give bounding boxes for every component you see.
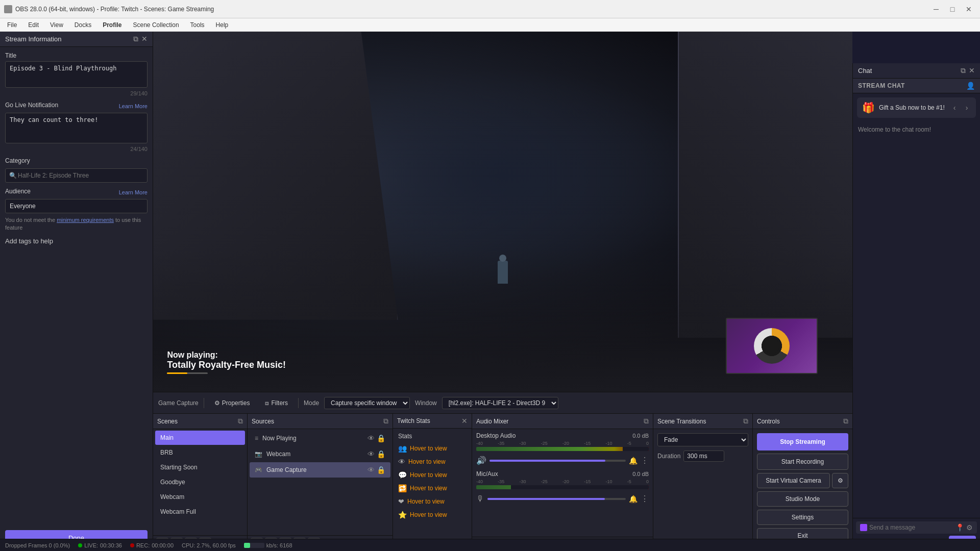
welcome-message: Welcome to the chat room!: [853, 122, 980, 137]
menu-docks[interactable]: Docks: [69, 20, 96, 30]
scene-item-starting-soon[interactable]: Starting Soon: [155, 460, 245, 474]
close-button[interactable]: ✕: [962, 4, 976, 14]
filters-button[interactable]: ⧈ Filters: [260, 397, 293, 409]
scene-item-goodbye[interactable]: Goodbye: [155, 475, 245, 489]
chat-float-icon[interactable]: ⧉: [961, 66, 966, 75]
menu-help[interactable]: Help: [211, 20, 234, 30]
virtual-camera-gear-button[interactable]: ⚙: [832, 473, 848, 488]
stat-item-stars[interactable]: ⭐ Hover to view: [393, 508, 472, 521]
game-capture-icon: 🎮: [255, 466, 262, 473]
banner-prev-button[interactable]: ‹: [949, 103, 960, 113]
title-bar-left: OBS 28.0.0 (64-bit, windows) - Profile: …: [4, 5, 214, 13]
source-item-webcam[interactable]: 📷 Webcam 👁 🔒: [250, 446, 390, 462]
sources-maximize-icon[interactable]: ⧉: [383, 417, 388, 425]
stream-info-close-icon[interactable]: ✕: [141, 35, 148, 43]
game-capture-lock-icon[interactable]: 🔒: [377, 466, 385, 474]
follows-icon: 👁: [398, 458, 405, 466]
stats-list: Stats 👥 Hover to view 👁 Hover to view 💬 …: [393, 429, 472, 551]
stat-item-viewers[interactable]: 👥 Hover to view: [393, 442, 472, 455]
source-item-game-capture[interactable]: 🎮 Game Capture 👁 🔒: [250, 462, 390, 478]
transition-select[interactable]: Fade: [657, 433, 748, 446]
stat-clips-label: Hover to view: [410, 485, 447, 492]
audio-mixer-maximize-icon[interactable]: ⧉: [644, 417, 649, 425]
stat-item-follows[interactable]: 👁 Hover to view: [393, 455, 472, 468]
start-virtual-camera-button[interactable]: Start Virtual Camera: [757, 473, 830, 488]
chat-settings-icon-button[interactable]: ⚙: [966, 523, 973, 532]
minimize-button[interactable]: ─: [929, 4, 943, 14]
transitions-maximize-icon[interactable]: ⧉: [743, 417, 748, 425]
desktop-audio-volume-slider[interactable]: [489, 460, 626, 462]
settings-button[interactable]: Settings: [757, 510, 848, 525]
studio-mode-button[interactable]: Studio Mode: [757, 491, 848, 507]
chat-close-icon[interactable]: ✕: [969, 66, 975, 75]
menu-view[interactable]: View: [45, 20, 68, 30]
dropped-frames-status: Dropped Frames 0 (0.0%): [5, 542, 70, 548]
desktop-audio-volume-icon[interactable]: 🔊: [476, 456, 486, 465]
duration-input[interactable]: [683, 450, 724, 462]
webcam-lock-icon[interactable]: 🔒: [377, 450, 385, 458]
scenes-title: Scenes: [157, 418, 178, 425]
mic-aux-options-button[interactable]: ⋮: [641, 494, 649, 504]
properties-icon: ⚙: [214, 399, 220, 407]
go-live-textarea[interactable]: They can count to three!: [5, 113, 148, 143]
desktop-audio-options-button[interactable]: ⋮: [641, 456, 649, 465]
mode-select[interactable]: Capture specific window: [324, 397, 410, 409]
source-actions-game-capture: 👁 🔒: [368, 466, 385, 474]
category-input[interactable]: [5, 168, 148, 183]
game-capture-visibility-icon[interactable]: 👁: [368, 466, 375, 474]
stat-item-chat[interactable]: 💬 Hover to view: [393, 468, 472, 482]
mic-aux-volume-icon[interactable]: 🎙: [476, 494, 484, 504]
desktop-audio-name: Desktop Audio: [476, 432, 516, 439]
gift-text: Gift a Sub now to be #1!: [879, 104, 945, 111]
scene-item-webcam[interactable]: Webcam: [155, 490, 245, 504]
audience-learn-more[interactable]: Learn More: [119, 189, 148, 195]
source-visibility-icon[interactable]: 👁: [368, 434, 375, 442]
desktop-audio-mute-button[interactable]: 🔔: [629, 457, 638, 465]
stat-item-reactions[interactable]: ❤ Hover to view: [393, 495, 472, 508]
menu-scene-collection[interactable]: Scene Collection: [128, 20, 184, 30]
scenes-maximize-icon[interactable]: ⧉: [238, 417, 243, 425]
stat-item-clips[interactable]: 🔁 Hover to view: [393, 482, 472, 495]
chat-point-icon-button[interactable]: 📍: [955, 523, 964, 532]
scene-item-webcam-full[interactable]: Webcam Full: [155, 505, 245, 519]
start-recording-button[interactable]: Start Recording: [757, 454, 848, 470]
window-select[interactable]: [hl2.exe]: HALF-LIFE 2 - Direct3D 9: [442, 397, 558, 409]
source-actions-webcam: 👁 🔒: [368, 450, 385, 458]
sources-panel: Sources ⧉ ≡ Now Playing 👁 🔒: [248, 414, 393, 551]
mic-aux-volume-slider[interactable]: [487, 498, 626, 500]
transitions-title: Scene Transitions: [657, 418, 706, 425]
chat-message-input[interactable]: [869, 524, 953, 531]
menu-tools[interactable]: Tools: [185, 20, 210, 30]
source-item-now-playing[interactable]: ≡ Now Playing 👁 🔒: [250, 431, 390, 446]
mic-aux-scale: -40-35-30-25-20-15-10-50: [476, 479, 649, 484]
properties-button[interactable]: ⚙ Properties: [209, 397, 255, 409]
go-live-learn-more[interactable]: Learn More: [119, 103, 148, 109]
transitions-header: Scene Transitions ⧉: [653, 414, 752, 429]
stream-title-input[interactable]: Episode 3 - Blind Playthrough: [5, 61, 148, 88]
progress-fill: [167, 372, 187, 374]
chat-manage-icon[interactable]: 👤: [966, 82, 975, 90]
banner-next-button[interactable]: ›: [962, 103, 972, 113]
chat-header: Chat ⧉ ✕: [853, 63, 980, 79]
controls-maximize-icon[interactable]: ⧉: [843, 417, 848, 425]
twitch-stats-title: Twitch Stats: [397, 417, 430, 424]
source-lock-icon[interactable]: 🔒: [377, 434, 385, 442]
scene-item-main[interactable]: Main: [155, 431, 245, 445]
mic-aux-db: 0.0 dB: [632, 471, 649, 477]
source-name-now-playing: Now Playing: [262, 435, 363, 442]
desktop-audio-meter-bar: [476, 447, 649, 451]
scene-item-brb[interactable]: BRB: [155, 445, 245, 460]
webcam-visibility-icon[interactable]: 👁: [368, 450, 375, 458]
stop-streaming-button[interactable]: Stop Streaming: [757, 433, 848, 450]
mic-aux-mute-button[interactable]: 🔔: [629, 495, 638, 503]
menu-edit[interactable]: Edit: [23, 20, 44, 30]
category-input-wrap: 🔍: [5, 168, 148, 183]
twitch-stats-close-icon[interactable]: ✕: [461, 417, 468, 425]
minimum-requirements-link[interactable]: minimum requirements: [57, 217, 114, 223]
menu-file[interactable]: File: [2, 20, 22, 30]
audience-select[interactable]: Everyone: [5, 199, 148, 213]
audio-mixer-header: Audio Mixer ⧉: [472, 414, 653, 429]
menu-profile[interactable]: Profile: [97, 20, 127, 30]
stream-info-float-icon[interactable]: ⧉: [133, 35, 138, 43]
maximize-button[interactable]: □: [945, 4, 960, 14]
